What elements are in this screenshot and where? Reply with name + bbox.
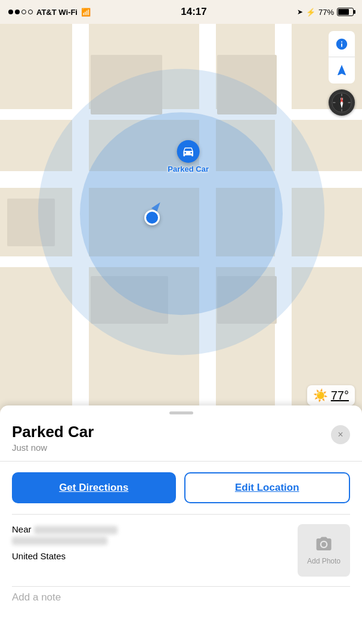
- sheet-title: Parked Car: [12, 423, 94, 441]
- wifi-icon: 📶: [81, 8, 91, 17]
- weather-widget: ☀️ 77°: [307, 385, 355, 405]
- battery-tip: [354, 10, 355, 14]
- sheet-subtitle: Just now: [12, 442, 94, 453]
- navigate-icon: [335, 64, 348, 77]
- car-icon: [182, 145, 195, 158]
- signal-dot-3: [21, 10, 26, 14]
- compass[interactable]: N: [329, 89, 355, 116]
- location-blur-street: [12, 537, 107, 545]
- location-arrow-icon: ➤: [297, 8, 303, 16]
- location-blur-address: [34, 526, 117, 534]
- parked-car-label: Parked Car: [168, 165, 209, 174]
- note-area[interactable]: Add a note: [0, 587, 362, 608]
- close-icon: ×: [338, 429, 343, 440]
- status-bar: AT&T Wi-Fi 📶 14:17 ➤ ⚡ 77%: [0, 0, 362, 24]
- add-photo-placeholder[interactable]: Add Photo: [298, 524, 350, 577]
- info-icon: [335, 38, 348, 51]
- signal-dots: [8, 10, 33, 14]
- signal-dot-4: [28, 10, 33, 14]
- location-near-label: Near: [12, 524, 288, 534]
- add-photo-label: Add Photo: [307, 557, 341, 565]
- location-country: United States: [12, 551, 288, 561]
- battery-percent: 77%: [318, 8, 334, 17]
- location-info: Near United States Add Photo: [0, 515, 362, 586]
- status-left: AT&T Wi-Fi 📶: [8, 8, 91, 17]
- user-location-dot: [144, 210, 160, 225]
- near-text: Near: [12, 524, 32, 534]
- battery-icon: [337, 8, 354, 16]
- parked-car-pin: Parked Car: [168, 140, 209, 174]
- action-buttons: Get Directions Edit Location: [0, 462, 362, 514]
- svg-point-8: [341, 101, 342, 103]
- battery-fill: [338, 9, 349, 15]
- map-area[interactable]: Parked Car N: [0, 24, 362, 411]
- sheet-header: Parked Car Just now ×: [0, 414, 362, 455]
- map-controls: [329, 31, 355, 88]
- sheet-title-area: Parked Car Just now: [12, 423, 94, 453]
- car-icon-circle: [177, 140, 200, 163]
- camera-icon: [315, 535, 333, 553]
- edit-location-button[interactable]: Edit Location: [184, 472, 351, 503]
- weather-temp: 77°: [331, 389, 349, 402]
- bluetooth-icon: ⚡: [306, 8, 315, 17]
- close-button[interactable]: ×: [331, 425, 350, 444]
- get-directions-button[interactable]: Get Directions: [12, 472, 176, 503]
- bottom-sheet: Parked Car Just now × Get Directions Edi…: [0, 405, 362, 644]
- location-text: Near United States: [12, 524, 288, 561]
- carrier-text: AT&T Wi-Fi: [36, 8, 78, 17]
- location-button[interactable]: [329, 57, 355, 83]
- add-note-label: Add a note: [12, 592, 61, 603]
- weather-sun-icon: ☀️: [313, 388, 328, 402]
- status-time: 14:17: [181, 6, 206, 18]
- status-right: ➤ ⚡ 77%: [297, 8, 354, 17]
- info-button[interactable]: [329, 31, 355, 57]
- signal-dot-2: [15, 10, 20, 14]
- compass-icon: N: [331, 92, 352, 113]
- signal-dot-1: [8, 10, 13, 14]
